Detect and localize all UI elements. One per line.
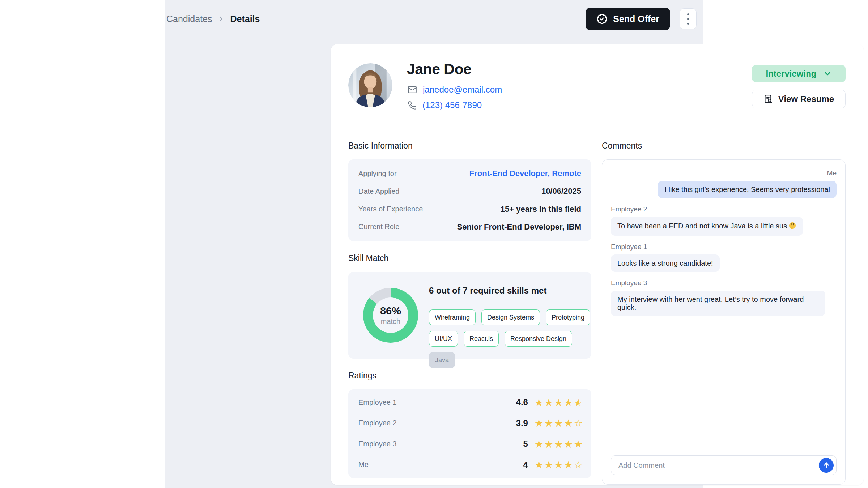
star-icon: ★: [554, 439, 563, 449]
view-resume-label: View Resume: [778, 94, 834, 104]
info-row: Years of Experience15+ years in this fie…: [358, 205, 581, 214]
send-offer-label: Send Offer: [613, 14, 659, 24]
comments-card: MeI like this girl’s experience. Seems v…: [602, 159, 846, 485]
phone-icon: [408, 101, 417, 110]
candidate-detail-card: Jane Doe janedoe@email.com (123) 456-789…: [331, 44, 864, 485]
breadcrumb-current-details: Details: [230, 14, 260, 24]
skill-match-heading: Skill Match: [348, 253, 591, 263]
mail-icon: [408, 85, 417, 94]
info-row-label: Current Role: [358, 223, 399, 231]
chevron-right-icon: [217, 15, 225, 23]
donut-percent: 86%: [380, 305, 401, 317]
star-icon: ★: [554, 398, 563, 407]
info-row-label: Applying for: [358, 170, 397, 178]
send-offer-button[interactable]: Send Offer: [586, 8, 670, 30]
star-icon: ★: [544, 418, 553, 428]
comment-group: Employee 1Looks like a strong candidate!: [611, 243, 837, 272]
thinking-emoji: [788, 222, 796, 231]
add-comment-box: [611, 455, 837, 475]
comment-author: Employee 1: [611, 243, 647, 251]
comments-heading: Comments: [602, 141, 846, 151]
rating-row: Employee 35★★★★★: [358, 439, 583, 449]
donut-match-label: match: [381, 317, 400, 326]
donut-center: 86% match: [373, 297, 408, 333]
star-icon: ★: [564, 460, 573, 470]
status-dropdown[interactable]: Interviewing: [752, 65, 846, 82]
info-row: Date Applied10/06/2025: [358, 187, 581, 196]
rating-value: 5: [523, 439, 528, 449]
skill-summary-block: 6 out of 7 required skills met Wireframi…: [429, 286, 595, 368]
avatar: [348, 63, 392, 107]
rating-name: Employee 3: [358, 440, 523, 448]
comment-bubble: To have been a FED and not know Java is …: [611, 217, 803, 236]
star-outline-icon: ☆: [574, 460, 583, 470]
star-icon: ★: [535, 398, 543, 407]
comment-group: Employee 3My interview with her went gre…: [611, 279, 837, 316]
skill-chip: React.is: [464, 331, 499, 347]
star-icon: ★: [574, 439, 583, 449]
skill-chips: WireframingDesign SystemsPrototypingUI/U…: [429, 309, 592, 368]
comment-group: MeI like this girl’s experience. Seems v…: [611, 169, 837, 198]
info-row-label: Date Applied: [358, 187, 399, 196]
rating-name: Employee 1: [358, 398, 516, 407]
info-row-label: Years of Experience: [358, 205, 423, 213]
status-label: Interviewing: [766, 69, 816, 79]
candidate-phone[interactable]: (123) 456-7890: [408, 100, 482, 110]
skill-match-donut-chart: 86% match: [363, 288, 418, 343]
star-icon: ★: [554, 418, 563, 428]
comment-group: Employee 2To have been a FED and not kno…: [611, 205, 837, 236]
comments-thread: MeI like this girl’s experience. Seems v…: [611, 169, 837, 316]
info-row-value: 15+ years in this field: [501, 205, 581, 214]
star-icon: ★: [535, 460, 543, 470]
comment-author: Employee 2: [611, 205, 647, 213]
comment-bubble: My interview with her went great. Let’s …: [611, 291, 825, 316]
rating-value: 4: [523, 460, 528, 470]
comment-author: Me: [827, 169, 837, 177]
view-resume-button[interactable]: View Resume: [752, 90, 846, 108]
rating-stars: ★★★★★: [535, 439, 583, 449]
rating-value: 3.9: [516, 418, 528, 428]
skill-chip: UI/UX: [429, 331, 458, 347]
right-column: Comments MeI like this girl’s experience…: [602, 141, 846, 485]
comment-bubble: Looks like a strong candidate!: [611, 254, 720, 272]
skill-summary: 6 out of 7 required skills met: [429, 286, 595, 296]
kebab-dot: [687, 13, 689, 15]
rating-stars: ★★★★☆★: [535, 398, 583, 407]
comment-author: Employee 3: [611, 279, 647, 287]
skill-chip: Wireframing: [429, 309, 476, 325]
info-row-value: Senior Front-End Developer, IBM: [457, 222, 581, 232]
rating-name: Employee 2: [358, 419, 516, 427]
arrow-up-icon: [822, 461, 830, 469]
top-bar: Candidates Details Send Offer: [165, 0, 703, 38]
left-column: Basic Information Applying forFront-End …: [348, 141, 591, 478]
more-options-button[interactable]: [680, 8, 697, 29]
rating-row: Me4★★★★☆: [358, 460, 583, 470]
badge-check-icon: [596, 13, 608, 25]
file-search-icon: [763, 94, 773, 104]
skill-chip: Prototyping: [546, 309, 590, 325]
star-icon: ★: [544, 439, 553, 449]
add-comment-input[interactable]: [618, 461, 819, 470]
candidate-name: Jane Doe: [407, 61, 471, 78]
send-comment-button[interactable]: [819, 458, 834, 473]
star-icon: ★: [544, 460, 553, 470]
email-text: janedoe@email.com: [423, 85, 502, 95]
candidate-email[interactable]: janedoe@email.com: [408, 85, 502, 95]
skill-chip-missing: Java: [429, 352, 455, 368]
phone-text: (123) 456-7890: [422, 100, 482, 110]
star-outline-icon: ☆: [574, 418, 583, 428]
star-icon: ★: [564, 398, 573, 407]
breadcrumb-candidates-link[interactable]: Candidates: [166, 14, 212, 24]
comment-bubble: I like this girl’s experience. Seems ver…: [658, 181, 837, 198]
ratings-card: Employee 14.6★★★★☆★Employee 23.9★★★★☆Emp…: [348, 389, 591, 478]
star-icon: ★: [554, 460, 563, 470]
info-row: Current RoleSenior Front-End Developer, …: [358, 222, 581, 232]
star-half-icon: ☆★: [574, 398, 583, 407]
rating-value: 4.6: [516, 397, 528, 407]
rating-name: Me: [358, 461, 523, 469]
basic-info-card: Applying forFront-End Developer, RemoteD…: [348, 159, 591, 241]
star-icon: ★: [535, 418, 543, 428]
info-row-value-link[interactable]: Front-End Developer, Remote: [469, 169, 581, 178]
star-icon: ★: [564, 418, 573, 428]
rating-stars: ★★★★☆: [535, 418, 583, 428]
